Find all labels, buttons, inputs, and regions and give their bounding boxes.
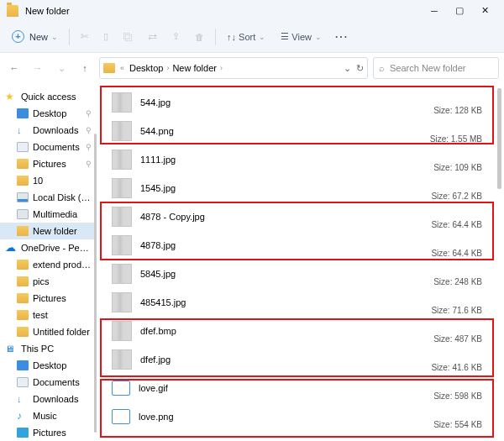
thumbnail bbox=[112, 264, 132, 284]
file-item[interactable]: 5845.jpgSize: 248 KB bbox=[103, 260, 489, 288]
sidebar-item[interactable]: Quick access bbox=[0, 88, 97, 105]
sidebar-item-label: Multimedia bbox=[33, 209, 92, 219]
file-item[interactable]: 1545.jpgSize: 67.2 KB bbox=[103, 174, 489, 202]
sidebar-item-label: pics bbox=[33, 276, 92, 286]
more-button[interactable]: ··· bbox=[330, 26, 354, 48]
maximize-button[interactable]: ▢ bbox=[447, 1, 472, 21]
sidebar-item[interactable]: 10 bbox=[0, 172, 97, 189]
chevron-down-icon: ⌄ bbox=[315, 33, 322, 41]
sidebar-item[interactable]: pics bbox=[0, 273, 97, 290]
recent-button[interactable]: ⌄ bbox=[52, 59, 71, 77]
minimize-button[interactable]: ─ bbox=[422, 1, 447, 21]
addr-chevron-icon[interactable]: ⌄ bbox=[344, 63, 351, 74]
file-name: dfef.jpg bbox=[140, 354, 171, 365]
sidebar-item[interactable]: Desktop⚲ bbox=[0, 105, 97, 122]
crumb[interactable]: New folder bbox=[172, 63, 217, 73]
close-button[interactable]: ✕ bbox=[472, 1, 497, 21]
forward-button[interactable]: → bbox=[29, 59, 47, 77]
file-size: Size: 248 KB bbox=[433, 277, 482, 286]
disk-icon bbox=[17, 192, 29, 202]
thumbnail bbox=[112, 409, 130, 424]
file-item[interactable]: 1111.jpgSize: 109 KB bbox=[103, 145, 489, 174]
file-size: Size: 64.4 KB bbox=[431, 220, 482, 229]
chevron-down-icon: ⌄ bbox=[51, 33, 58, 41]
up-button[interactable]: ↑ bbox=[76, 59, 94, 77]
file-item[interactable]: dfef.bmpSize: 487 KB bbox=[103, 317, 489, 345]
file-item[interactable]: love.gifSize: 598 KB bbox=[103, 374, 489, 402]
new-button[interactable]: New ⌄ bbox=[5, 26, 65, 48]
file-size: Size: 487 KB bbox=[433, 334, 482, 344]
sidebar-item[interactable]: Untitled folder bbox=[0, 323, 97, 340]
sidebar-item-label: 10 bbox=[33, 176, 92, 186]
chevron-down-icon: ⌄ bbox=[259, 33, 265, 41]
sidebar-item-label: Local Disk (F:) bbox=[33, 192, 92, 202]
folder-icon bbox=[17, 310, 29, 320]
file-item[interactable]: 544.pngSize: 1.55 MB bbox=[103, 117, 489, 145]
sidebar-item[interactable]: Local Disk (F:) bbox=[0, 189, 97, 206]
down-icon bbox=[17, 125, 29, 135]
file-item[interactable]: 4878.jpgSize: 64.4 KB bbox=[103, 231, 489, 260]
divider bbox=[69, 29, 70, 45]
sidebar-item[interactable]: Downloads bbox=[0, 391, 97, 407]
file-item[interactable]: 544.jpgSize: 128 KB bbox=[103, 88, 489, 117]
sidebar-item-label: Quick access bbox=[21, 92, 92, 102]
search-input[interactable]: ⌕ Search New folder bbox=[373, 57, 499, 79]
file-size: Size: 1.55 MB bbox=[430, 134, 482, 144]
cut-button[interactable]: ✄ bbox=[74, 26, 95, 48]
pin-icon: ⚲ bbox=[86, 160, 92, 168]
sidebar-item-label: OneDrive - Person bbox=[21, 243, 92, 253]
sidebar-item[interactable]: Pictures bbox=[0, 424, 97, 441]
sidebar-item[interactable]: This PC bbox=[0, 340, 97, 357]
pc-icon bbox=[5, 344, 17, 354]
view-button[interactable]: ☰ View ⌄ bbox=[274, 26, 328, 48]
rename-button[interactable]: ⮂ bbox=[141, 26, 164, 48]
copy-button[interactable]: ▯ bbox=[97, 26, 115, 48]
file-size: Size: 554 KB bbox=[433, 420, 482, 429]
back-button[interactable]: ← bbox=[5, 59, 24, 77]
down-icon bbox=[17, 394, 29, 404]
file-item[interactable]: love.pngSize: 554 KB bbox=[103, 402, 489, 431]
file-name: 4878.jpg bbox=[140, 240, 176, 250]
crumb-sep: › bbox=[220, 64, 223, 72]
sidebar-item-label: Downloads bbox=[33, 125, 81, 135]
folder-icon bbox=[17, 226, 29, 236]
sidebar-item-label: Pictures bbox=[33, 428, 92, 438]
main-scrollbar[interactable] bbox=[497, 88, 501, 189]
view-label: View bbox=[291, 32, 312, 42]
refresh-button[interactable]: ↻ bbox=[356, 63, 364, 74]
file-item[interactable]: 4878 - Copy.jpgSize: 64.4 KB bbox=[103, 202, 489, 231]
sidebar-item[interactable]: OneDrive - Person bbox=[0, 239, 97, 256]
sidebar-item[interactable]: New folder bbox=[0, 223, 97, 239]
sidebar-item[interactable]: Pictures⚲ bbox=[0, 155, 97, 172]
sidebar-item[interactable]: Music bbox=[0, 407, 97, 424]
file-size: Size: 67.2 KB bbox=[431, 192, 482, 201]
share-button[interactable]: ⇪ bbox=[165, 26, 186, 48]
sidebar-item[interactable]: Documents bbox=[0, 374, 97, 391]
sort-icon: ↑↓ bbox=[227, 32, 236, 42]
file-name: love.png bbox=[139, 412, 174, 422]
sidebar-item[interactable]: Multimedia bbox=[0, 206, 97, 223]
nav-row: ← → ⌄ ↑ « Desktop›New folder› ⌄ ↻ ⌕ Sear… bbox=[0, 53, 504, 83]
folder-icon bbox=[17, 159, 29, 169]
file-name: 4878 - Copy.jpg bbox=[140, 212, 205, 222]
titlebar: New folder ─ ▢ ✕ bbox=[0, 0, 504, 21]
file-size: Size: 109 KB bbox=[433, 163, 482, 172]
crumb[interactable]: Desktop bbox=[129, 63, 163, 73]
view-icon: ☰ bbox=[281, 31, 289, 42]
file-item[interactable]: dfef.jpgSize: 41.6 KB bbox=[103, 345, 489, 374]
divider bbox=[215, 29, 216, 45]
sidebar-item[interactable]: extend product li bbox=[0, 256, 97, 273]
address-bar[interactable]: « Desktop›New folder› ⌄ ↻ bbox=[99, 57, 368, 79]
sidebar-item[interactable]: Downloads⚲ bbox=[0, 122, 97, 139]
delete-button[interactable]: 🗑 bbox=[188, 26, 211, 48]
sidebar-item[interactable]: test bbox=[0, 307, 97, 323]
sidebar-item-label: Documents bbox=[33, 377, 92, 387]
sidebar-item[interactable]: Desktop bbox=[0, 357, 97, 374]
new-label: New bbox=[29, 32, 48, 42]
paste-button[interactable]: ⿻ bbox=[117, 26, 139, 48]
sort-button[interactable]: ↑↓ Sort ⌄ bbox=[220, 26, 272, 48]
sidebar-item[interactable]: Documents⚲ bbox=[0, 139, 97, 155]
sidebar-item-label: test bbox=[33, 310, 92, 320]
file-item[interactable]: 485415.jpgSize: 71.6 KB bbox=[103, 288, 489, 317]
sidebar-item[interactable]: Pictures bbox=[0, 290, 97, 307]
